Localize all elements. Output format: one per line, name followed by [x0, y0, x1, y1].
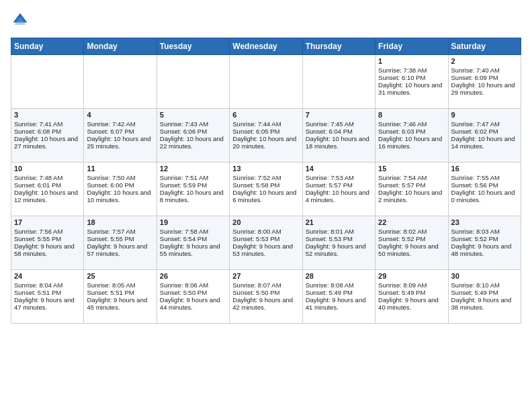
day-number: 8 — [378, 111, 445, 119]
day-number: 17 — [14, 218, 81, 226]
sunrise-text: Sunrise: 7:41 AM — [14, 120, 62, 128]
sunset-text: Sunset: 5:54 PM — [160, 235, 207, 242]
calendar-cell: 9Sunrise: 7:47 AMSunset: 6:02 PMDaylight… — [448, 109, 521, 163]
calendar-week-2: 3Sunrise: 7:41 AMSunset: 6:08 PMDaylight… — [11, 109, 521, 163]
sunset-text: Sunset: 5:49 PM — [451, 289, 498, 296]
sunset-text: Sunset: 6:04 PM — [306, 128, 353, 135]
sunrise-text: Sunrise: 8:02 AM — [378, 228, 427, 235]
day-number: 1 — [378, 57, 445, 65]
sunset-text: Sunset: 6:05 PM — [232, 128, 279, 135]
calendar-table: SundayMondayTuesdayWednesdayThursdayFrid… — [11, 38, 521, 324]
sunrise-text: Sunrise: 7:56 AM — [14, 228, 62, 235]
day-number: 7 — [306, 111, 372, 119]
sunset-text: Sunset: 5:51 PM — [87, 289, 134, 296]
day-number: 3 — [14, 111, 81, 119]
sunset-text: Sunset: 5:52 PM — [451, 235, 498, 242]
sunset-text: Sunset: 5:55 PM — [87, 235, 134, 242]
sunrise-text: Sunrise: 7:40 AM — [451, 66, 500, 74]
day-number: 13 — [232, 165, 299, 173]
calendar-cell: 28Sunrise: 8:08 AMSunset: 5:49 PMDayligh… — [302, 270, 375, 324]
daylight-text: Daylight: 10 hours and 0 minutes. — [451, 189, 515, 203]
calendar-cell: 23Sunrise: 8:03 AMSunset: 5:52 PMDayligh… — [448, 216, 521, 270]
daylight-text: Daylight: 10 hours and 8 minutes. — [160, 189, 224, 203]
sunrise-text: Sunrise: 7:44 AM — [232, 120, 281, 128]
calendar-cell — [11, 55, 84, 109]
sunset-text: Sunset: 6:10 PM — [378, 74, 425, 81]
sunrise-text: Sunrise: 7:46 AM — [378, 120, 427, 128]
sunset-text: Sunset: 5:55 PM — [14, 235, 61, 242]
sunrise-text: Sunrise: 7:55 AM — [451, 174, 500, 181]
sunrise-text: Sunrise: 8:06 AM — [160, 281, 208, 289]
day-number: 9 — [451, 111, 518, 119]
sunrise-text: Sunrise: 7:48 AM — [14, 174, 62, 181]
day-number: 29 — [378, 272, 445, 280]
calendar-week-3: 10Sunrise: 7:48 AMSunset: 6:01 PMDayligh… — [11, 163, 521, 216]
sunset-text: Sunset: 5:51 PM — [14, 289, 61, 296]
sunset-text: Sunset: 6:00 PM — [87, 181, 134, 189]
day-header-friday: Friday — [375, 38, 448, 55]
calendar-cell: 15Sunrise: 7:54 AMSunset: 5:57 PMDayligh… — [375, 163, 448, 216]
day-header-sunday: Sunday — [11, 38, 84, 55]
sunset-text: Sunset: 6:06 PM — [160, 128, 207, 135]
day-number: 2 — [451, 57, 518, 65]
calendar-cell: 20Sunrise: 8:00 AMSunset: 5:53 PMDayligh… — [230, 216, 302, 270]
calendar-week-4: 17Sunrise: 7:56 AMSunset: 5:55 PMDayligh… — [11, 216, 521, 270]
calendar-header-row: SundayMondayTuesdayWednesdayThursdayFrid… — [11, 38, 521, 55]
sunrise-text: Sunrise: 8:04 AM — [14, 281, 62, 289]
day-number: 26 — [160, 272, 226, 280]
day-number: 20 — [232, 218, 299, 226]
daylight-text: Daylight: 9 hours and 44 minutes. — [160, 296, 220, 311]
calendar-cell: 10Sunrise: 7:48 AMSunset: 6:01 PMDayligh… — [11, 163, 84, 216]
logo-icon — [11, 11, 30, 30]
calendar-cell: 21Sunrise: 8:01 AMSunset: 5:53 PMDayligh… — [302, 216, 375, 270]
sunset-text: Sunset: 5:49 PM — [378, 289, 425, 296]
day-number: 21 — [306, 218, 372, 226]
calendar-cell: 2Sunrise: 7:40 AMSunset: 6:09 PMDaylight… — [448, 55, 521, 109]
day-number: 23 — [451, 218, 518, 226]
day-number: 30 — [451, 272, 518, 280]
sunrise-text: Sunrise: 8:01 AM — [306, 228, 354, 235]
sunset-text: Sunset: 5:59 PM — [160, 181, 207, 189]
day-header-saturday: Saturday — [448, 38, 521, 55]
sunrise-text: Sunrise: 7:54 AM — [378, 174, 427, 181]
day-header-tuesday: Tuesday — [157, 38, 229, 55]
sunset-text: Sunset: 6:02 PM — [451, 128, 498, 135]
sunset-text: Sunset: 6:01 PM — [14, 181, 61, 189]
calendar-cell: 29Sunrise: 8:09 AMSunset: 5:49 PMDayligh… — [375, 270, 448, 324]
day-number: 27 — [232, 272, 299, 280]
page-header — [11, 11, 521, 30]
day-number: 5 — [160, 111, 226, 119]
day-header-thursday: Thursday — [302, 38, 375, 55]
daylight-text: Daylight: 10 hours and 12 minutes. — [14, 189, 78, 203]
daylight-text: Daylight: 9 hours and 48 minutes. — [451, 242, 512, 257]
daylight-text: Daylight: 10 hours and 10 minutes. — [87, 189, 150, 203]
daylight-text: Daylight: 10 hours and 22 minutes. — [160, 135, 224, 150]
sunrise-text: Sunrise: 7:58 AM — [160, 228, 208, 235]
calendar-cell — [84, 55, 157, 109]
daylight-text: Daylight: 9 hours and 38 minutes. — [451, 296, 512, 311]
daylight-text: Daylight: 9 hours and 58 minutes. — [14, 242, 75, 257]
calendar-cell: 24Sunrise: 8:04 AMSunset: 5:51 PMDayligh… — [11, 270, 84, 324]
daylight-text: Daylight: 9 hours and 45 minutes. — [87, 296, 147, 311]
sunset-text: Sunset: 5:50 PM — [160, 289, 207, 296]
calendar-cell: 5Sunrise: 7:43 AMSunset: 6:06 PMDaylight… — [157, 109, 229, 163]
calendar-cell: 12Sunrise: 7:51 AMSunset: 5:59 PMDayligh… — [157, 163, 229, 216]
sunset-text: Sunset: 6:03 PM — [378, 128, 425, 135]
sunset-text: Sunset: 5:52 PM — [378, 235, 425, 242]
calendar-cell — [230, 55, 302, 109]
sunrise-text: Sunrise: 7:52 AM — [232, 174, 281, 181]
sunset-text: Sunset: 5:53 PM — [306, 235, 353, 242]
sunrise-text: Sunrise: 7:43 AM — [160, 120, 208, 128]
calendar-cell: 3Sunrise: 7:41 AMSunset: 6:08 PMDaylight… — [11, 109, 84, 163]
calendar-cell: 30Sunrise: 8:10 AMSunset: 5:49 PMDayligh… — [448, 270, 521, 324]
daylight-text: Daylight: 9 hours and 52 minutes. — [306, 242, 366, 257]
daylight-text: Daylight: 9 hours and 47 minutes. — [14, 296, 75, 311]
daylight-text: Daylight: 10 hours and 27 minutes. — [14, 135, 78, 150]
calendar-cell: 7Sunrise: 7:45 AMSunset: 6:04 PMDaylight… — [302, 109, 375, 163]
calendar-cell: 13Sunrise: 7:52 AMSunset: 5:58 PMDayligh… — [230, 163, 302, 216]
day-number: 16 — [451, 165, 518, 173]
sunset-text: Sunset: 5:53 PM — [232, 235, 279, 242]
sunset-text: Sunset: 6:09 PM — [451, 74, 498, 81]
daylight-text: Daylight: 9 hours and 55 minutes. — [160, 242, 220, 257]
daylight-text: Daylight: 9 hours and 57 minutes. — [87, 242, 147, 257]
